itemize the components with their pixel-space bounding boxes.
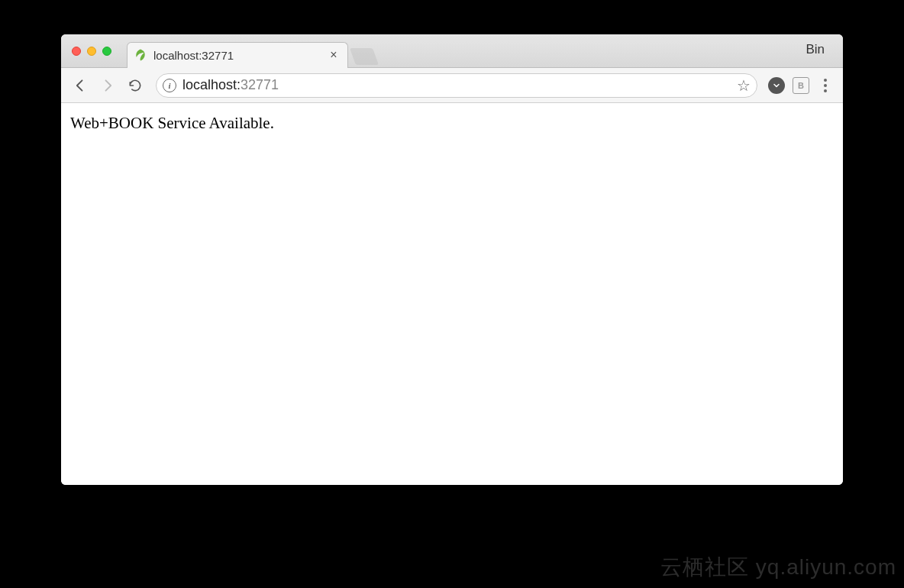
spring-leaf-icon (134, 48, 147, 62)
chrome-menu-button[interactable] (815, 76, 835, 95)
minimize-window-button[interactable] (87, 47, 96, 56)
page-viewport: Web+BOOK Service Available. (61, 103, 843, 485)
browser-window: localhost:32771 × Bin i localhost:32771 … (61, 34, 843, 485)
close-tab-button[interactable]: × (328, 49, 340, 61)
url-port: 32771 (241, 77, 279, 92)
menu-dot-icon (824, 89, 827, 92)
page-body-text: Web+BOOK Service Available. (70, 114, 834, 133)
maximize-window-button[interactable] (102, 47, 111, 56)
profile-label[interactable]: Bin (806, 42, 825, 57)
url-host: localhost: (182, 77, 241, 92)
bookmark-star-icon[interactable]: ☆ (737, 76, 751, 95)
forward-button[interactable] (96, 74, 119, 97)
extension-b-icon[interactable]: B (791, 76, 811, 95)
window-controls (61, 47, 111, 56)
url-text: localhost:32771 (182, 77, 731, 93)
menu-dot-icon (824, 84, 827, 87)
watermark-text: 云栖社区 yq.aliyun.com (660, 553, 896, 582)
new-tab-button[interactable] (350, 48, 379, 65)
reload-button[interactable] (124, 74, 147, 97)
menu-dot-icon (824, 79, 827, 82)
browser-tab[interactable]: localhost:32771 × (127, 42, 348, 68)
title-bar: localhost:32771 × Bin (61, 34, 843, 68)
tab-title: localhost:32771 (153, 49, 328, 62)
close-window-button[interactable] (72, 47, 81, 56)
back-button[interactable] (69, 74, 92, 97)
pocket-extension-icon[interactable] (767, 76, 786, 95)
address-bar[interactable]: i localhost:32771 ☆ (156, 73, 757, 98)
toolbar: i localhost:32771 ☆ B (61, 68, 843, 103)
site-info-icon[interactable]: i (163, 79, 176, 92)
